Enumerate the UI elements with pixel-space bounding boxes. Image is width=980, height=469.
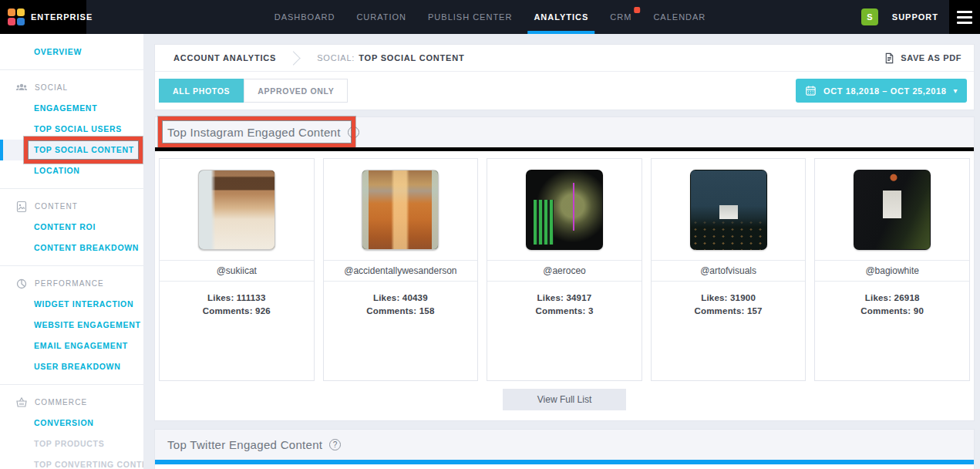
notification-dot: [634, 7, 640, 13]
section-label: SOCIAL: [35, 83, 68, 92]
thumbnail-area: [487, 159, 642, 260]
sidebar-item-content-roi[interactable]: CONTENT ROI: [0, 217, 143, 238]
post-username: @artofvisuals: [652, 260, 806, 282]
thumbnail-area: [652, 159, 806, 260]
support-link[interactable]: SUPPORT: [892, 12, 938, 22]
instagram-section-header: Top Instagram Engaged Content ?: [155, 117, 974, 147]
photo-filter-tabs: ALL PHOTOS APPROVED ONLY: [159, 79, 348, 103]
document-icon: [884, 52, 895, 64]
likes-stat: Likes: 111133: [160, 292, 314, 305]
nav-publish-center[interactable]: PUBLISH CENTER: [428, 0, 512, 34]
comments-stat: Comments: 90: [815, 305, 969, 318]
thumbnail-area: [815, 159, 969, 260]
divider: [0, 384, 143, 385]
sidebar-section-commerce: COMMERCE: [0, 392, 143, 413]
twitter-section: Top Twitter Engaged Content ?: [154, 429, 975, 469]
likes-stat: Likes: 40439: [324, 292, 478, 305]
instagram-section: Top Instagram Engaged Content ? @sukiica…: [154, 116, 975, 421]
view-full-list-button[interactable]: View Full List: [503, 389, 626, 410]
divider: [0, 265, 143, 266]
sidebar-item-engagement[interactable]: ENGAGEMENT: [0, 98, 143, 119]
likes-stat: Likes: 26918: [815, 292, 969, 305]
nav-label: DASHBOARD: [274, 12, 335, 22]
sidebar-item-widget-interaction[interactable]: WIDGET INTERACTION: [0, 294, 143, 315]
filter-row: ALL PHOTOS APPROVED ONLY OCT 18,2018 – O…: [155, 72, 974, 110]
nav-analytics[interactable]: ANALYTICS: [534, 0, 588, 34]
comments-stat: Comments: 926: [160, 305, 314, 318]
section-label: COMMERCE: [35, 398, 87, 407]
date-range-picker[interactable]: OCT 18,2018 – OCT 25,2018 ▾: [796, 79, 967, 103]
divider: [0, 69, 143, 70]
likes-stat: Likes: 31900: [652, 292, 806, 305]
twitter-section-title: Top Twitter Engaged Content ?: [167, 438, 341, 451]
sidebar-item-content-breakdown[interactable]: CONTENT BREAKDOWN: [0, 238, 143, 258]
comments-stat: Comments: 158: [324, 305, 478, 318]
post-stats: Likes: 40439 Comments: 158: [324, 282, 478, 318]
help-icon[interactable]: ?: [329, 439, 341, 450]
sidebar-item-location[interactable]: LOCATION: [0, 160, 143, 181]
sidebar-item-top-social-content[interactable]: TOP SOCIAL CONTENT: [0, 140, 143, 160]
brand-name: ENTERPRISE: [31, 12, 93, 22]
post-stats: Likes: 111133 Comments: 926: [160, 282, 314, 318]
sidebar-item-website-engagement[interactable]: WEBSITE ENGAGEMENT: [0, 315, 143, 336]
people-icon: [15, 82, 28, 94]
nav-curation[interactable]: CURATION: [356, 0, 406, 34]
nav-label: CURATION: [356, 12, 406, 22]
image-file-icon: [15, 201, 28, 213]
sidebar-item-top-products: TOP PRODUCTS: [0, 434, 143, 454]
basket-icon: [15, 396, 28, 409]
post-thumbnail[interactable]: [526, 170, 603, 250]
content-card: @aeroceo Likes: 34917 Comments: 3: [487, 158, 642, 381]
nav-crm[interactable]: CRM: [610, 0, 631, 34]
post-thumbnail[interactable]: [198, 170, 275, 250]
tab-all-photos[interactable]: ALL PHOTOS: [159, 79, 244, 103]
nav-label: PUBLISH CENTER: [428, 12, 512, 22]
nav-label: ANALYTICS: [534, 12, 588, 22]
sidebar-item-user-breakdown[interactable]: USER BREAKDOWN: [0, 356, 143, 377]
topbar-right: S SUPPORT: [861, 0, 980, 34]
thumbnail-area: [160, 159, 314, 260]
comments-stat: Comments: 157: [652, 305, 806, 318]
hamburger-icon: [957, 11, 972, 24]
sidebar-item-email-engagement[interactable]: EMAIL ENGAGEMENT: [0, 336, 143, 356]
post-thumbnail[interactable]: [690, 170, 767, 250]
top-navigation-bar: ENTERPRISE DASHBOARD CURATION PUBLISH CE…: [0, 0, 980, 34]
breadcrumb-section-prefix: SOCIAL:: [317, 53, 355, 62]
post-thumbnail[interactable]: [854, 170, 931, 250]
post-stats: Likes: 34917 Comments: 3: [487, 282, 642, 318]
twitter-section-body: [155, 464, 974, 469]
date-range-label: OCT 18,2018 – OCT 25,2018: [823, 86, 946, 96]
calendar-icon: [805, 85, 817, 96]
user-avatar-badge[interactable]: S: [861, 8, 878, 25]
save-as-pdf-button[interactable]: SAVE AS PDF: [884, 52, 961, 64]
sidebar-item-top-social-users[interactable]: TOP SOCIAL USERS: [0, 119, 143, 140]
chevron-separator-icon: [286, 51, 300, 65]
instagram-section-title: Top Instagram Engaged Content ?: [167, 126, 359, 139]
tab-approved-only[interactable]: APPROVED ONLY: [244, 79, 348, 103]
post-username: @sukiicat: [160, 260, 314, 282]
nav-dashboard[interactable]: DASHBOARD: [274, 0, 335, 34]
sidebar-item-label: TOP SOCIAL CONTENT: [34, 145, 134, 154]
sidebar-item-conversion[interactable]: CONVERSION: [0, 413, 143, 434]
content-card: @artofvisuals Likes: 31900 Comments: 157: [651, 158, 807, 381]
breadcrumb: ACCOUNT ANALYTICS SOCIAL: TOP SOCIAL CON…: [155, 45, 974, 72]
post-username: @aeroceo: [487, 260, 642, 282]
toolbar-panel: ACCOUNT ANALYTICS SOCIAL: TOP SOCIAL CON…: [154, 44, 975, 110]
post-stats: Likes: 26918 Comments: 90: [815, 282, 969, 318]
menu-button[interactable]: [949, 0, 980, 34]
section-label: PERFORMANCE: [35, 279, 104, 288]
content-cards-row: @sukiicat Likes: 111133 Comments: 926 @a…: [155, 151, 974, 381]
twitter-section-header: Top Twitter Engaged Content ?: [155, 430, 974, 460]
nav-label: CALENDAR: [653, 12, 706, 22]
help-icon[interactable]: ?: [348, 127, 359, 138]
content-card: @sukiicat Likes: 111133 Comments: 926: [159, 158, 315, 381]
brand-logo[interactable]: ENTERPRISE: [0, 0, 86, 34]
post-thumbnail[interactable]: [362, 170, 439, 250]
sidebar-section-performance: PERFORMANCE: [0, 273, 143, 294]
section-title-text: Top Twitter Engaged Content: [167, 438, 322, 451]
sidebar-section-social: SOCIAL: [0, 77, 143, 98]
sidebar-item-overview[interactable]: OVERVIEW: [0, 42, 143, 62]
sidebar-item-top-converting-content: TOP CONVERTING CONTENT: [0, 454, 143, 469]
nav-calendar[interactable]: CALENDAR: [653, 0, 706, 34]
breadcrumb-account-analytics[interactable]: ACCOUNT ANALYTICS: [173, 53, 276, 62]
